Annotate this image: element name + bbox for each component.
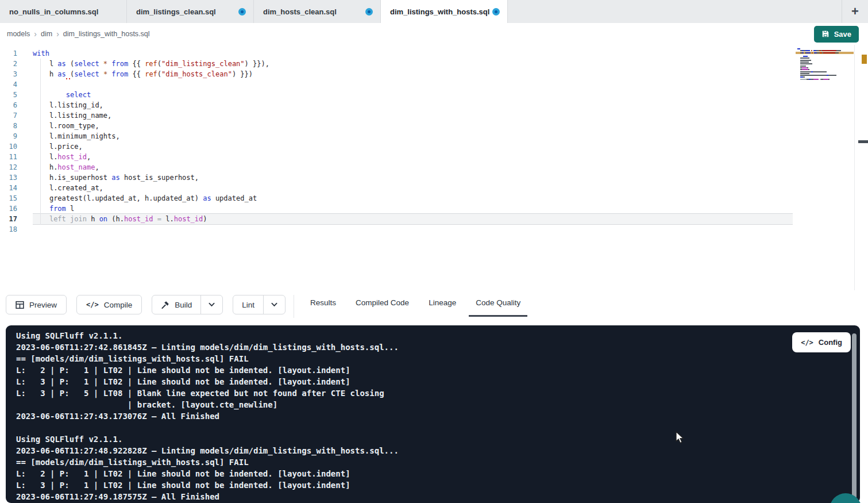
- save-button[interactable]: Save: [814, 26, 859, 43]
- line-number: 4: [0, 79, 17, 90]
- tab-dim_listings_with_hosts.sql[interactable]: dim_listings_with_hosts.sql: [381, 0, 508, 23]
- minimap-line: [797, 73, 841, 74]
- minimap-line: [797, 69, 841, 70]
- terminal-line: Using SQLFluff v2.1.1.: [6, 433, 860, 445]
- line-number: 10: [0, 141, 17, 152]
- code-text: from l: [33, 203, 793, 214]
- breadcrumb-item[interactable]: dim_listings_with_hosts.sql: [63, 30, 150, 38]
- code-line-11[interactable]: 11 l.host_id,: [0, 152, 793, 162]
- gutter-space: [17, 110, 33, 121]
- line-number: 12: [0, 162, 17, 172]
- code-lines: 1with2 l as (select * from {{ ref("dim_l…: [0, 48, 793, 235]
- build-button-label: Build: [175, 301, 192, 309]
- code-line-13[interactable]: 13 h.is_superhost as host_is_superhost,: [0, 172, 793, 183]
- minimap-line: [797, 76, 841, 78]
- modified-dot-icon: [492, 8, 500, 16]
- code-line-1[interactable]: 1with: [0, 48, 793, 59]
- tab-bar: no_nulls_in_columns.sqldim_listings_clea…: [0, 0, 868, 23]
- gutter-space: [17, 131, 33, 141]
- breadcrumb-item[interactable]: models: [7, 30, 30, 38]
- code-text: l.minimum_nights,: [33, 131, 793, 141]
- code-text: [33, 79, 793, 90]
- code-line-6[interactable]: 6 l.listing_id,: [0, 100, 793, 110]
- lint-dropdown-button[interactable]: [263, 295, 285, 314]
- terminal-scrollbar[interactable]: [852, 333, 857, 499]
- terminal-line: L: 2 | P: 1 | LT02 | Line should not be …: [6, 468, 860, 479]
- lint-button[interactable]: Lint: [233, 295, 263, 314]
- tab-label: no_nulls_in_columns.sql: [9, 7, 98, 16]
- code-line-7[interactable]: 7 l.listing_name,: [0, 110, 793, 121]
- code-line-16[interactable]: 16 from l: [0, 203, 793, 214]
- code-editor[interactable]: 1with2 l as (select * from {{ ref("dim_l…: [0, 45, 868, 290]
- code-line-12[interactable]: 12 h.host_name,: [0, 162, 793, 172]
- panel-tab-compiled-code[interactable]: Compiled Code: [349, 290, 416, 317]
- gutter-space: [17, 59, 33, 69]
- line-number: 2: [0, 59, 17, 69]
- action-bar: Preview </> Compile Build Lint: [0, 290, 868, 325]
- chevron-down-icon: [209, 302, 215, 307]
- lint-button-label: Lint: [242, 301, 254, 309]
- terminal-line: | bracket. [layout.cte_newline]: [6, 399, 860, 410]
- panel-tab-code-quality[interactable]: Code Quality: [469, 290, 527, 317]
- code-line-2[interactable]: 2 l as (select * from {{ ref("dim_listin…: [0, 59, 793, 69]
- terminal-line: L: 3 | P: 1 | LT02 | Line should not be …: [6, 376, 860, 387]
- hammer-icon: [161, 301, 169, 309]
- code-line-4[interactable]: 4: [0, 79, 793, 90]
- line-number: 15: [0, 193, 17, 203]
- ruler-position-marker[interactable]: [858, 140, 868, 143]
- gutter-space: [17, 203, 33, 214]
- build-button[interactable]: Build: [152, 295, 200, 314]
- terminal-line: == [models/dim/dim_listings_with_hosts.s…: [6, 353, 860, 364]
- tab-dim_hosts_clean.sql[interactable]: dim_hosts_clean.sql: [254, 0, 381, 23]
- new-tab-button[interactable]: +: [842, 0, 868, 23]
- gutter-space: [17, 48, 33, 59]
- code-line-3[interactable]: 3 h as (select * from {{ ref("dim_hosts_…: [0, 69, 793, 79]
- panel-tab-results[interactable]: Results: [303, 290, 343, 317]
- code-line-18[interactable]: 18: [0, 224, 793, 235]
- tab-no_nulls_in_columns.sql[interactable]: no_nulls_in_columns.sql: [0, 0, 127, 23]
- code-text: l as (select * from {{ ref("dim_listings…: [33, 59, 793, 69]
- config-button[interactable]: </> Config: [792, 332, 851, 352]
- code-line-8[interactable]: 8 l.room_type,: [0, 121, 793, 131]
- terminal-line: Using SQLFluff v2.1.1.: [6, 330, 860, 341]
- code-line-15[interactable]: 15 greatest(l.updated_at, h.updated_at) …: [0, 193, 793, 203]
- code-brackets-icon: </>: [801, 339, 813, 347]
- minimap-line: [797, 80, 841, 82]
- gutter-space: [17, 121, 33, 131]
- line-number: 1: [0, 48, 17, 59]
- minimap-line: [797, 79, 841, 80]
- code-text: with: [33, 48, 793, 59]
- toolbar-divider: [294, 295, 294, 318]
- minimap[interactable]: [797, 48, 841, 82]
- panel-tab-lineage[interactable]: Lineage: [422, 290, 463, 317]
- code-text: greatest(l.updated_at, h.updated_at) as …: [33, 193, 793, 203]
- line-number: 6: [0, 100, 17, 110]
- gutter-space: [17, 100, 33, 110]
- code-text: left join h on (h.host_id = l.host_id): [33, 214, 793, 224]
- modified-dot-icon: [238, 8, 246, 16]
- line-number: 8: [0, 121, 17, 131]
- terminal-line: 2023-06-06T11:27:43.173076Z – All Finish…: [6, 410, 860, 422]
- minimap-line: [797, 50, 841, 51]
- compile-button[interactable]: </> Compile: [76, 295, 142, 314]
- tab-dim_listings_clean.sql[interactable]: dim_listings_clean.sql: [127, 0, 254, 23]
- terminal-output: Using SQLFluff v2.1.1.2023-06-06T11:27:4…: [6, 325, 860, 502]
- breadcrumb-item[interactable]: dim: [41, 30, 52, 38]
- gutter-space: [17, 141, 33, 152]
- code-line-10[interactable]: 10 l.price,: [0, 141, 793, 152]
- code-text: [33, 224, 793, 235]
- preview-button[interactable]: Preview: [6, 295, 67, 314]
- code-line-14[interactable]: 14 l.created_at,: [0, 183, 793, 193]
- save-icon: [821, 30, 830, 38]
- code-text: h.host_name,: [33, 162, 793, 172]
- code-line-9[interactable]: 9 l.minimum_nights,: [0, 131, 793, 141]
- minimap-line: [797, 52, 841, 53]
- tab-label: dim_listings_clean.sql: [136, 7, 216, 16]
- lint-split-button: Lint: [233, 295, 286, 314]
- code-line-5[interactable]: 5 select: [0, 90, 793, 100]
- build-dropdown-button[interactable]: [200, 295, 222, 314]
- modified-dot-inner: [241, 10, 244, 13]
- gutter-space: [17, 183, 33, 193]
- compile-button-label: Compile: [104, 301, 133, 309]
- code-line-17[interactable]: 17 left join h on (h.host_id = l.host_id…: [0, 214, 793, 224]
